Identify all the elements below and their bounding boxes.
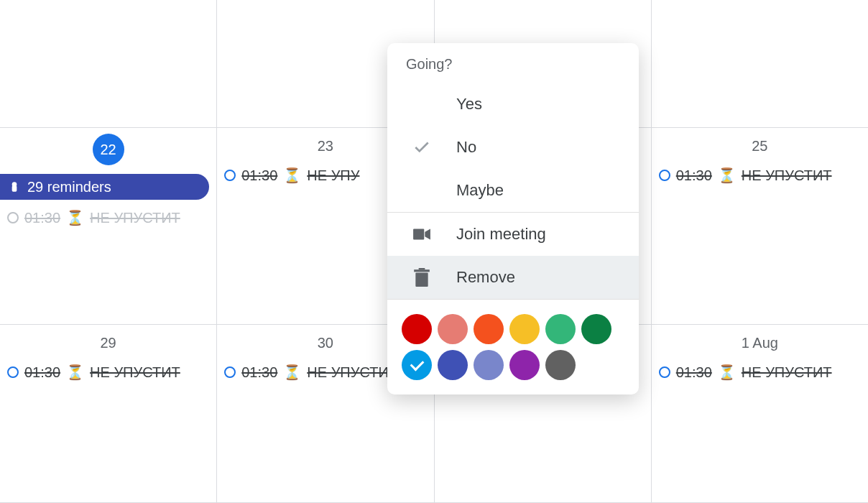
color-swatch[interactable] bbox=[545, 314, 576, 344]
color-swatch[interactable] bbox=[438, 314, 468, 344]
hourglass-icon: ⏳ bbox=[718, 167, 736, 184]
day-number: 25 bbox=[652, 138, 868, 154]
event-title: НЕ УПУСТИТ bbox=[742, 364, 832, 381]
check-icon bbox=[387, 138, 456, 157]
day-cell bbox=[0, 0, 217, 127]
rsvp-yes[interactable]: Yes bbox=[387, 83, 639, 126]
calendar-event[interactable]: 01:30⏳НЕ УПУСТИТ bbox=[652, 163, 868, 188]
reminders-chip[interactable]: 29 reminders bbox=[0, 174, 209, 200]
event-time: 01:30 bbox=[676, 167, 712, 184]
day-cell[interactable]: 1 Aug01:30⏳НЕ УПУСТИТ bbox=[652, 325, 868, 502]
day-number: 29 bbox=[0, 335, 216, 351]
rsvp-maybe[interactable]: Maybe bbox=[387, 169, 639, 212]
event-circle-icon bbox=[659, 366, 670, 378]
svg-rect-6 bbox=[419, 268, 425, 269]
event-context-menu: Going? Yes No Maybe Join meeting Remove bbox=[387, 43, 639, 394]
remove-event[interactable]: Remove bbox=[387, 256, 639, 299]
color-swatch[interactable] bbox=[581, 314, 611, 344]
svg-rect-5 bbox=[414, 269, 430, 272]
color-swatch[interactable] bbox=[509, 350, 540, 380]
svg-rect-1 bbox=[12, 185, 17, 191]
event-title: НЕ УПУ bbox=[307, 167, 359, 184]
calendar-event[interactable]: 01:30⏳НЕ УПУСТИТ bbox=[0, 206, 216, 230]
color-swatch[interactable] bbox=[545, 350, 576, 380]
event-title: НЕ УПУСТИТ bbox=[90, 364, 180, 381]
event-circle-icon bbox=[659, 170, 670, 181]
menu-heading: Going? bbox=[387, 43, 639, 83]
svg-rect-4 bbox=[415, 273, 428, 287]
reminder-icon bbox=[7, 180, 22, 194]
svg-rect-2 bbox=[413, 229, 424, 239]
color-swatch[interactable] bbox=[402, 314, 432, 344]
event-time: 01:30 bbox=[24, 364, 60, 381]
event-circle-icon bbox=[224, 170, 236, 181]
color-picker bbox=[387, 300, 639, 394]
svg-marker-3 bbox=[425, 229, 430, 239]
hourglass-icon: ⏳ bbox=[283, 364, 301, 381]
video-icon bbox=[387, 226, 456, 242]
color-swatch[interactable] bbox=[474, 350, 504, 380]
reminders-label: 29 reminders bbox=[27, 179, 111, 195]
event-circle-icon bbox=[224, 366, 236, 378]
calendar-event[interactable]: 01:30⏳НЕ УПУСТИТ bbox=[0, 360, 216, 384]
color-swatch[interactable] bbox=[438, 350, 468, 380]
day-cell[interactable]: 2501:30⏳НЕ УПУСТИТ bbox=[652, 128, 868, 324]
day-cell bbox=[652, 0, 868, 127]
event-time: 01:30 bbox=[241, 167, 277, 184]
event-circle-icon bbox=[7, 212, 19, 223]
event-time: 01:30 bbox=[241, 364, 277, 381]
day-cell[interactable]: 2229 reminders01:30⏳НЕ УПУСТИТ bbox=[0, 128, 217, 324]
event-time: 01:30 bbox=[676, 364, 712, 381]
hourglass-icon: ⏳ bbox=[283, 167, 301, 184]
event-title: НЕ УПУСТИТ bbox=[307, 364, 397, 381]
event-title: НЕ УПУСТИТ bbox=[90, 210, 180, 226]
event-title: НЕ УПУСТИТ bbox=[742, 167, 832, 184]
rsvp-no[interactable]: No bbox=[387, 126, 639, 169]
color-swatch[interactable] bbox=[474, 314, 504, 344]
hourglass-icon: ⏳ bbox=[66, 209, 84, 226]
trash-icon bbox=[387, 268, 456, 287]
color-swatch[interactable] bbox=[402, 350, 432, 380]
hourglass-icon: ⏳ bbox=[718, 364, 736, 381]
event-circle-icon bbox=[7, 366, 19, 378]
today-badge[interactable]: 22 bbox=[93, 134, 124, 165]
event-time: 01:30 bbox=[24, 210, 60, 226]
join-meeting[interactable]: Join meeting bbox=[387, 213, 639, 256]
day-cell[interactable]: 2901:30⏳НЕ УПУСТИТ bbox=[0, 325, 217, 502]
hourglass-icon: ⏳ bbox=[66, 364, 84, 381]
day-number: 1 Aug bbox=[652, 335, 868, 351]
calendar-event[interactable]: 01:30⏳НЕ УПУСТИТ bbox=[652, 360, 868, 384]
color-swatch[interactable] bbox=[509, 314, 540, 344]
